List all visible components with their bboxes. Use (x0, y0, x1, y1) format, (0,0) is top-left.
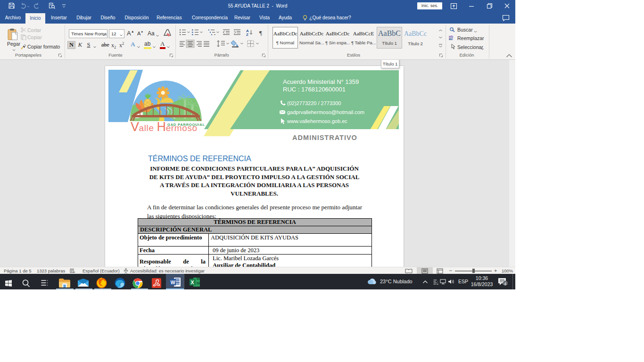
svg-text:W: W (171, 280, 175, 285)
svg-text:(02)2773220 / 2773300: (02)2773220 / 2773300 (287, 100, 341, 106)
svg-text:www.vallehermoso.gob.ec: www.vallehermoso.gob.ec (287, 118, 347, 124)
svg-text:4: 4 (504, 281, 506, 286)
svg-text:X: X (191, 280, 194, 285)
svg-text:Acuerdo Ministerial N° 1359: Acuerdo Ministerial N° 1359 (283, 78, 359, 85)
svg-text:RUC : 1768120600001: RUC : 1768120600001 (283, 86, 346, 93)
svg-text:ValleHermoso: ValleHermoso (131, 120, 198, 134)
svg-text:¶: ¶ (259, 29, 262, 36)
svg-text:Z: Z (246, 33, 248, 36)
svg-text:gadprvallehermoso@hotmail.com: gadprvallehermoso@hotmail.com (287, 109, 364, 115)
